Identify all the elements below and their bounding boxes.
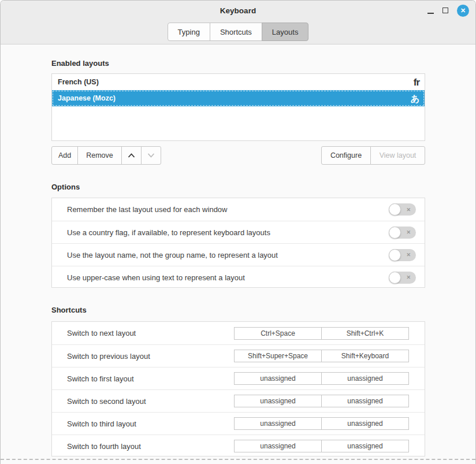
- maximize-icon[interactable]: [442, 8, 448, 13]
- minimize-icon[interactable]: [427, 13, 434, 14]
- close-icon: ✕: [460, 8, 466, 14]
- move-layout-up-button[interactable]: [121, 146, 142, 165]
- layout-list-actions: Add Remove Configure View layout: [51, 146, 425, 165]
- content-area: Enabled layouts French (US) fr Japanese …: [1, 60, 475, 456]
- toggle-off-icon: ✕: [406, 207, 411, 212]
- shortcut-row-first-layout: Switch to first layout unassigned unassi…: [52, 367, 425, 389]
- option-row-layout-name: Use the layout name, not the group name,…: [52, 243, 425, 266]
- layout-config-button-group: Configure View layout: [321, 146, 425, 165]
- toggle-knob: [389, 249, 401, 261]
- view-layout-button[interactable]: View layout: [370, 146, 425, 165]
- toggle-off-icon: ✕: [406, 230, 411, 235]
- shortcut-label: Switch to next layout: [67, 329, 234, 337]
- layout-edit-button-group: Add Remove: [51, 146, 161, 165]
- keybinding-button[interactable]: unassigned: [234, 417, 322, 430]
- shortcut-label: Switch to previous layout: [67, 352, 234, 361]
- keybinding-button[interactable]: unassigned: [234, 395, 322, 407]
- option-row-remember-layout: Remember the last layout used for each w…: [52, 198, 425, 221]
- keybinding-group: unassigned unassigned: [234, 372, 409, 385]
- keybinding-group: unassigned unassigned: [234, 440, 409, 452]
- toggle-country-flag[interactable]: ✕: [389, 227, 416, 239]
- keybinding-button[interactable]: Ctrl+Space: [234, 327, 322, 340]
- options-heading: Options: [51, 183, 425, 191]
- keyboard-settings-window: Keyboard ✕ Typing Shortcuts Layouts Enab…: [0, 0, 476, 464]
- keybinding-button[interactable]: Shift+Ctrl+K: [321, 327, 409, 340]
- toggle-knob: [389, 203, 401, 216]
- tab-typing[interactable]: Typing: [168, 23, 210, 41]
- keybinding-group: unassigned unassigned: [234, 395, 409, 407]
- option-label: Use upper-case when using text to repres…: [67, 273, 389, 282]
- keybinding-button[interactable]: unassigned: [321, 372, 409, 385]
- keybinding-button[interactable]: Shift+Super+Space: [234, 350, 322, 362]
- chevron-down-icon: [147, 153, 155, 158]
- chevron-up-icon: [128, 153, 135, 158]
- toggle-remember-layout[interactable]: ✕: [389, 203, 416, 216]
- option-label: Use a country flag, if available, to rep…: [67, 228, 389, 237]
- toggle-off-icon: ✕: [406, 253, 411, 258]
- toggle-upper-case[interactable]: ✕: [389, 272, 416, 284]
- window-controls: ✕: [427, 1, 469, 20]
- keybinding-button[interactable]: unassigned: [321, 395, 409, 407]
- configure-button[interactable]: Configure: [321, 146, 371, 165]
- shortcut-row-next-layout: Switch to next layout Ctrl+Space Shift+C…: [52, 322, 425, 344]
- window-header: Keyboard ✕ Typing Shortcuts Layouts: [1, 1, 475, 44]
- toggle-knob: [389, 272, 401, 284]
- move-layout-down-button[interactable]: [141, 146, 161, 165]
- shortcut-label: Switch to fourth layout: [67, 442, 234, 451]
- layout-name: Japanese (Mozc): [58, 94, 411, 102]
- shortcut-row-previous-layout: Switch to previous layout Shift+Super+Sp…: [52, 344, 425, 367]
- layout-row-japanese-selected[interactable]: Japanese (Mozc) あ: [52, 90, 425, 106]
- window-clip-divider: [1, 459, 475, 460]
- layout-row-french[interactable]: French (US) fr: [52, 74, 425, 90]
- tab-bar: Typing Shortcuts Layouts: [1, 23, 475, 41]
- options-card: Remember the last layout used for each w…: [51, 198, 425, 288]
- toggle-knob: [389, 227, 401, 239]
- shortcut-label: Switch to second layout: [67, 397, 234, 406]
- shortcut-row-second-layout: Switch to second layout unassigned unass…: [52, 389, 425, 412]
- layout-name: French (US): [58, 78, 414, 86]
- enabled-layouts-list[interactable]: French (US) fr Japanese (Mozc) あ: [51, 73, 425, 141]
- option-label: Remember the last layout used for each w…: [67, 205, 389, 214]
- option-row-country-flag: Use a country flag, if available, to rep…: [52, 221, 425, 243]
- keybinding-button[interactable]: Shift+Keyboard: [321, 350, 409, 362]
- add-layout-button[interactable]: Add: [51, 146, 78, 165]
- tab-shortcuts[interactable]: Shortcuts: [210, 23, 262, 41]
- keybinding-button[interactable]: unassigned: [234, 440, 322, 452]
- keybinding-group: unassigned unassigned: [234, 417, 409, 430]
- toggle-layout-name[interactable]: ✕: [389, 249, 416, 261]
- layout-badge-ja: あ: [411, 94, 419, 103]
- keybinding-button[interactable]: unassigned: [234, 372, 322, 385]
- tab-group: Typing Shortcuts Layouts: [168, 23, 309, 41]
- option-row-upper-case: Use upper-case when using text to repres…: [52, 266, 425, 288]
- layout-badge-fr: fr: [414, 77, 419, 87]
- close-button[interactable]: ✕: [457, 5, 469, 17]
- tab-layouts[interactable]: Layouts: [262, 23, 309, 41]
- shortcut-row-fourth-layout: Switch to fourth layout unassigned unass…: [52, 435, 425, 457]
- keybinding-group: Ctrl+Space Shift+Ctrl+K: [234, 327, 409, 340]
- keybinding-group: Shift+Super+Space Shift+Keyboard: [234, 350, 409, 362]
- shortcuts-card: Switch to next layout Ctrl+Space Shift+C…: [51, 321, 425, 456]
- keybinding-button[interactable]: unassigned: [321, 417, 409, 430]
- titlebar[interactable]: Keyboard ✕: [1, 1, 475, 20]
- shortcut-row-third-layout: Switch to third layout unassigned unassi…: [52, 412, 425, 435]
- toggle-off-icon: ✕: [406, 275, 411, 280]
- shortcut-label: Switch to first layout: [67, 374, 234, 383]
- keybinding-button[interactable]: unassigned: [321, 440, 409, 452]
- enabled-layouts-heading: Enabled layouts: [51, 60, 425, 68]
- shortcut-label: Switch to third layout: [67, 420, 234, 428]
- remove-layout-button[interactable]: Remove: [77, 146, 122, 165]
- window-title: Keyboard: [220, 6, 256, 15]
- shortcuts-heading: Shortcuts: [51, 306, 425, 314]
- option-label: Use the layout name, not the group name,…: [67, 251, 389, 259]
